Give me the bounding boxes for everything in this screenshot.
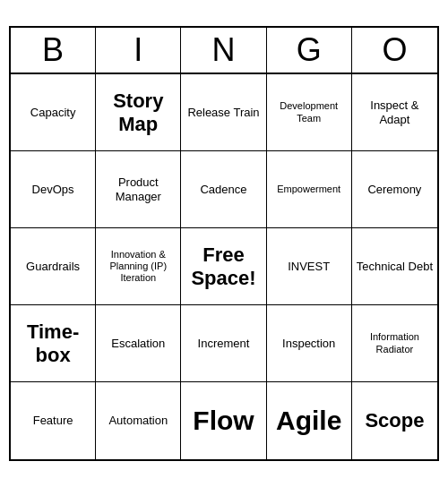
cell-label: Agile — [276, 405, 341, 437]
cell-label: Technical Debt — [357, 260, 433, 274]
bingo-cell: Ceremony — [352, 151, 437, 228]
bingo-cell: INVEST — [267, 228, 352, 305]
bingo-cell: Increment — [181, 305, 266, 382]
cell-label: Escalation — [111, 337, 165, 351]
cell-label: Automation — [108, 414, 168, 428]
cell-label: Scope — [365, 409, 424, 431]
bingo-cell: Inspect & Adapt — [352, 74, 437, 151]
bingo-cell: Flow — [181, 382, 266, 459]
cell-label: Product Manager — [99, 175, 177, 203]
bingo-card: BINGO CapacityStory MapRelease TrainDeve… — [9, 26, 439, 461]
bingo-cell: Cadence — [181, 151, 266, 228]
bingo-cell: Release Train — [181, 74, 266, 151]
bingo-cell: Scope — [352, 382, 437, 459]
bingo-cell: Escalation — [96, 305, 181, 382]
cell-label: Inspect & Adapt — [356, 98, 434, 126]
cell-label: DevOps — [32, 183, 74, 197]
cell-label: Story Map — [99, 90, 177, 135]
header-letter: O — [352, 28, 437, 73]
header-row: BINGO — [11, 28, 437, 74]
cell-label: Guardrails — [26, 260, 80, 274]
bingo-cell: Inspection — [267, 305, 352, 382]
cell-label: Ceremony — [367, 183, 421, 197]
cell-label: Inspection — [282, 337, 335, 351]
bingo-cell: Feature — [11, 382, 96, 459]
cell-label: Flow — [193, 405, 254, 437]
cell-label: Innovation & Planning (IP) Iteration — [99, 249, 177, 285]
bingo-cell: DevOps — [11, 151, 96, 228]
cell-label: Increment — [198, 337, 250, 351]
cell-label: Capacity — [30, 106, 76, 120]
bingo-cell: Product Manager — [96, 151, 181, 228]
cell-label: Development Team — [271, 100, 348, 124]
bingo-cell: Empowerment — [267, 151, 352, 228]
cell-label: Free Space! — [185, 244, 262, 289]
cell-label: Empowerment — [277, 184, 340, 195]
bingo-cell: Information Radiator — [352, 305, 437, 382]
cell-label: Cadence — [200, 183, 246, 197]
bingo-cell: Guardrails — [11, 228, 96, 305]
header-letter: I — [96, 28, 181, 73]
bingo-cell: Technical Debt — [352, 228, 437, 305]
cell-label: Information Radiator — [356, 331, 434, 355]
header-letter: G — [267, 28, 352, 73]
bingo-cell: Free Space! — [181, 228, 266, 305]
cell-label: Time-box — [14, 320, 91, 366]
bingo-cell: Agile — [267, 382, 352, 459]
bingo-cell: Story Map — [96, 74, 181, 151]
cell-label: INVEST — [288, 260, 330, 274]
cell-label: Feature — [33, 414, 73, 428]
header-letter: N — [181, 28, 266, 73]
bingo-cell: Automation — [96, 382, 181, 459]
bingo-grid: CapacityStory MapRelease TrainDevelopmen… — [11, 74, 437, 459]
bingo-cell: Innovation & Planning (IP) Iteration — [96, 228, 181, 305]
bingo-cell: Time-box — [11, 305, 96, 382]
cell-label: Release Train — [187, 106, 259, 120]
bingo-cell: Development Team — [267, 74, 352, 151]
header-letter: B — [11, 28, 96, 73]
bingo-cell: Capacity — [11, 74, 96, 151]
